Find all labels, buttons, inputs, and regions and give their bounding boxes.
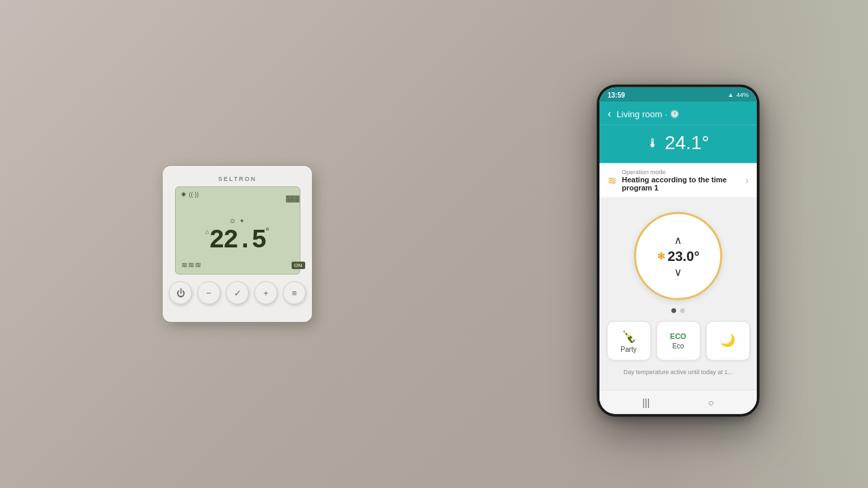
minus-button[interactable]: − xyxy=(197,281,220,304)
ring-temp-display: ✻ 23.0° xyxy=(657,248,700,264)
power-button[interactable]: ⏻ xyxy=(169,281,192,304)
plus-button[interactable]: + xyxy=(254,281,277,304)
temp-down-button[interactable]: ∨ xyxy=(674,266,682,277)
thermostat-device: SELTRON ✱ ((·)) ▓▓▓ ⊙ ✦ ⌂ 22.5 ° ≋≋≋ ON … xyxy=(163,166,312,322)
sun-icon: ✦ xyxy=(239,218,245,224)
status-icons: ▲ 44% xyxy=(728,92,749,98)
third-mode-icon: 🌙 xyxy=(720,332,735,347)
operation-mode-arrow: › xyxy=(745,175,749,186)
clock-icon: ⊙ xyxy=(230,218,235,224)
status-bar: 13:59 ▲ 44% xyxy=(599,87,757,102)
thermostat-screen: ✱ ((·)) ▓▓▓ ⊙ ✦ ⌂ 22.5 ° ≋≋≋ ON xyxy=(175,186,300,274)
bluetooth-icon: ✱ xyxy=(181,191,186,198)
screen-mid-icons: ⊙ ✦ xyxy=(230,218,245,224)
on-badge: ON xyxy=(292,262,305,269)
thermostat-brand: SELTRON xyxy=(218,176,256,182)
heat-icon: ≋≋≋ xyxy=(181,260,201,270)
party-mode-button[interactable]: 🍾 Party xyxy=(607,321,651,361)
temp-ring: ∧ ✻ 23.0° ∨ xyxy=(634,212,722,300)
thermometer-icon: 🌡 xyxy=(647,136,659,150)
party-icon: 🍾 xyxy=(621,329,636,344)
phone-wrapper: 13:59 ▲ 44% ‹ Living room · 🕐 🌡 24.1° xyxy=(597,85,760,417)
dot-2 xyxy=(680,308,685,313)
eco-mode-button[interactable]: ECO Eco xyxy=(656,321,701,361)
ring-temp-value: 23.0° xyxy=(668,248,700,264)
mode-buttons: 🍾 Party ECO Eco 🌙 xyxy=(607,321,750,361)
ring-sun-icon: ✻ xyxy=(657,251,665,262)
status-time: 13:59 xyxy=(608,91,625,98)
app-header: ‹ Living room · 🕐 xyxy=(599,102,757,125)
party-label: Party xyxy=(620,346,636,353)
menu-button[interactable]: ≡ xyxy=(283,281,306,304)
separator: · xyxy=(665,108,668,119)
phone-screen: 13:59 ▲ 44% ‹ Living room · 🕐 🌡 24.1° xyxy=(599,87,757,414)
eco-label: Eco xyxy=(672,342,684,350)
screen-bottom-icons: ≋≋≋ ON xyxy=(181,260,305,270)
current-temp-value: 24.1° xyxy=(665,132,709,154)
screen-left-icons: ✱ ((·)) xyxy=(181,191,199,198)
operation-mode-text: Operation mode Heating according to the … xyxy=(622,169,740,192)
nav-home-icon[interactable]: ○ xyxy=(708,396,713,407)
main-content: ∧ ✻ 23.0° ∨ 🍾 xyxy=(599,198,757,390)
dot-1 xyxy=(671,308,676,313)
status-message: Day temperature active until today at 1.… xyxy=(616,369,740,375)
temp-ring-container: ∧ ✻ 23.0° ∨ xyxy=(634,212,722,300)
operation-mode-label: Operation mode xyxy=(622,169,740,176)
wifi-icon: ((·)) xyxy=(189,191,199,198)
thermostat-temp: 22.5 xyxy=(209,226,265,255)
temp-up-button[interactable]: ∧ xyxy=(674,235,682,245)
signal-icon: ▲ xyxy=(728,92,734,98)
battery-icon: ▓▓▓ xyxy=(286,195,300,202)
heating-program-icon: ≋ xyxy=(608,174,616,186)
operation-mode-value: Heating according to the time program 1 xyxy=(622,176,740,192)
pagination-dots xyxy=(671,308,685,313)
nav-back-icon[interactable]: ||| xyxy=(642,396,650,407)
phone-device: 13:59 ▲ 44% ‹ Living room · 🕐 🌡 24.1° xyxy=(597,85,760,417)
third-mode-button[interactable]: 🌙 xyxy=(706,321,750,361)
operation-mode-row[interactable]: ≋ Operation mode Heating according to th… xyxy=(599,163,757,198)
current-temp-display: 🌡 24.1° xyxy=(599,125,757,163)
check-button[interactable]: ✓ xyxy=(226,281,249,304)
back-button[interactable]: ‹ xyxy=(608,108,611,120)
header-title: Living room · 🕐 xyxy=(616,108,749,119)
screen-top-icons: ✱ ((·)) ▓▓▓ xyxy=(181,191,305,198)
phone-nav-bar: ||| ○ xyxy=(599,390,757,414)
room-name: Living room xyxy=(616,108,662,119)
battery-status-icon: 44% xyxy=(736,92,749,98)
eco-icon: ECO xyxy=(670,332,686,340)
thermostat-buttons: ⏻ − ✓ + ≡ xyxy=(169,281,306,304)
degree-symbol: ° xyxy=(266,226,270,237)
history-icon[interactable]: 🕐 xyxy=(670,109,679,118)
